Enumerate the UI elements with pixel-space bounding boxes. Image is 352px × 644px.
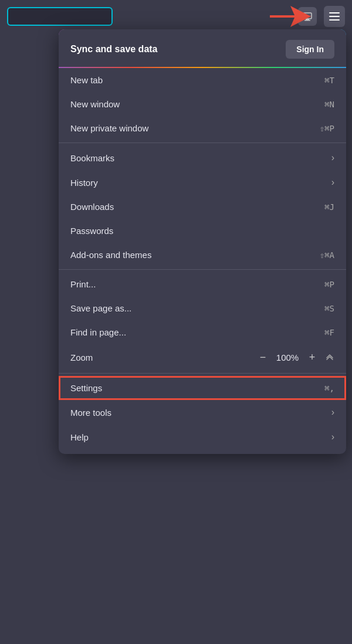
menu-item-label-passwords: Passwords [70,226,113,236]
sync-title: Sync and save data [70,44,158,55]
zoom-label: Zoom [70,352,93,362]
menu-item-chevron-more-tools: › [331,407,334,418]
menu-item-shortcut-new-window: ⌘N [324,100,334,109]
menu-item-more-tools[interactable]: More tools› [59,400,346,425]
menu-item-shortcut-downloads: ⌘J [324,202,334,212]
menu-item-chevron-help: › [331,432,334,442]
hamburger-line-2 [329,16,340,17]
menu-item-new-private-window[interactable]: New private window⇧⌘P [59,116,346,140]
menu-item-label-find-page: Find in page... [70,327,126,337]
menu-item-label-save-page: Save page as... [70,303,131,313]
menu-item-find-page[interactable]: Find in page...⌘F [59,320,346,344]
menu-item-new-window[interactable]: New window⌘N [59,92,346,116]
menu-item-bookmarks[interactable]: Bookmarks› [59,145,346,170]
sync-header: Sync and save data Sign In [59,29,346,68]
menu-item-label-new-window: New window [70,99,120,109]
menu-items-list: New tab⌘TNew window⌘NNew private window⇧… [59,68,346,449]
sign-in-button[interactable]: Sign In [286,40,334,59]
zoom-row: Zoom − 100% + [59,344,346,371]
menu-item-chevron-bookmarks: › [331,152,334,163]
menu-item-history[interactable]: History› [59,170,346,195]
menu-item-shortcut-addons: ⇧⌘A [320,250,334,260]
divider-divider-1 [59,143,346,143]
menu-item-label-new-private-window: New private window [70,123,148,133]
address-bar[interactable] [7,7,113,26]
menu-item-label-bookmarks: Bookmarks [70,153,114,163]
zoom-minus-button[interactable]: − [256,351,270,364]
hamburger-line-1 [329,12,340,13]
menu-item-label-addons: Add-ons and themes [70,250,151,260]
hamburger-button[interactable] [324,6,345,27]
menu-item-label-downloads: Downloads [70,202,114,212]
menu-item-addons[interactable]: Add-ons and themes⇧⌘A [59,243,346,267]
divider-divider-3 [59,373,346,374]
menu-item-label-settings: Settings [70,383,102,393]
zoom-expand-button[interactable] [325,352,334,363]
menu-item-new-tab[interactable]: New tab⌘T [59,68,346,92]
menu-item-downloads[interactable]: Downloads⌘J [59,195,346,219]
menu-item-shortcut-save-page: ⌘S [324,304,334,313]
menu-item-label-print: Print... [70,279,96,289]
browser-menu-panel: Sync and save data Sign In New tab⌘TNew … [59,29,346,454]
zoom-plus-button[interactable]: + [305,351,319,364]
menu-item-print[interactable]: Print...⌘P [59,272,346,296]
menu-item-shortcut-settings: ⌘, [324,384,334,393]
menu-item-label-history: History [70,178,98,188]
menu-item-label-new-tab: New tab [70,75,103,85]
menu-item-settings[interactable]: Settings⌘, [59,376,346,400]
menu-item-shortcut-find-page: ⌘F [324,328,334,337]
menu-item-label-more-tools: More tools [70,408,111,418]
zoom-controls: − 100% + [256,351,334,364]
zoom-value: 100% [276,352,299,362]
menu-item-shortcut-new-tab: ⌘T [324,76,334,85]
menu-item-chevron-history: › [331,177,334,188]
hamburger-line-3 [329,19,340,21]
menu-item-help[interactable]: Help› [59,425,346,449]
menu-item-passwords[interactable]: Passwords [59,219,346,243]
menu-item-shortcut-print: ⌘P [324,280,334,289]
arrow-annotation [264,5,311,28]
menu-item-save-page[interactable]: Save page as...⌘S [59,296,346,320]
divider-divider-2 [59,269,346,270]
browser-top-bar [0,0,352,32]
svg-marker-0 [270,6,311,27]
menu-item-shortcut-new-private-window: ⇧⌘P [320,124,334,133]
menu-item-label-help: Help [70,432,89,442]
